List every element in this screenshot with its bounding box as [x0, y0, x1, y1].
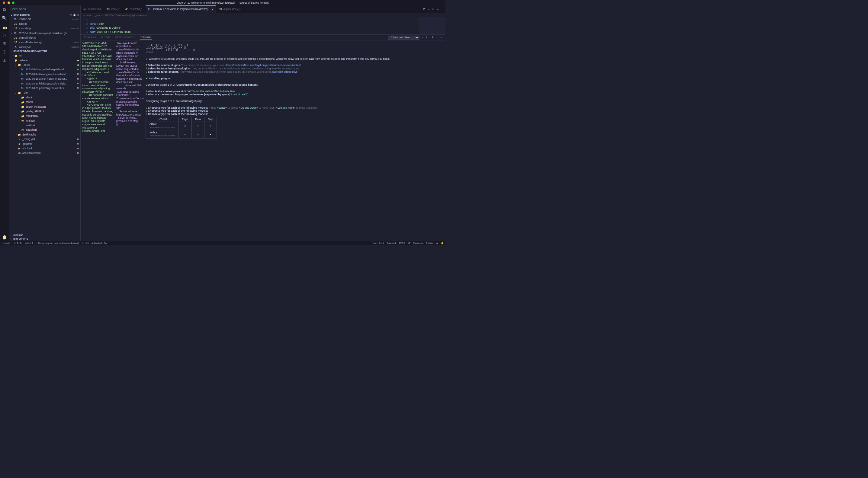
- open-editor-item[interactable]: JSsourceNodes.items.jsbuild: [9, 40, 80, 45]
- compare-icon[interactable]: ⇄: [423, 8, 425, 10]
- more-icon[interactable]: ⋯: [441, 8, 443, 10]
- editor-tab[interactable]: JSindex.js: [104, 5, 123, 13]
- tree-item[interactable]: feed.xml: [9, 123, 80, 128]
- tree-item[interactable]: ⬒404.htmlU: [9, 146, 80, 151]
- minimize-window[interactable]: [7, 1, 10, 4]
- pending-indicator: [3, 235, 6, 239]
- prettier-status[interactable]: Prettier: [426, 242, 433, 244]
- editor-tab[interactable]: M↓2020-04-17-welcome-to-jekyll.markdown …: [146, 5, 216, 13]
- tree-item[interactable]: M↓about.markdownU: [9, 151, 80, 156]
- save-all-icon[interactable]: 💾: [73, 13, 76, 16]
- panel-tab[interactable]: PROBLEMS: [83, 36, 96, 39]
- sidebar-title: EXPLORER: [9, 5, 80, 13]
- open-editor-item[interactable]: JSoriginal.index.js: [9, 36, 80, 40]
- eol[interactable]: LF: [408, 242, 410, 244]
- tree-item[interactable]: ›📁src: [9, 54, 80, 58]
- model-select-table[interactable]: 1–7 of 8PageDataSkipArticle└sourcebit-so…: [146, 117, 217, 138]
- workspace-header[interactable]: ⌄SOURCEBIT-SOURCE-KONTENT: [9, 49, 80, 54]
- tree-item[interactable]: M↓2020-03-23-lidska-typografie-v-digit..…: [9, 81, 80, 86]
- status-bar: ⑂ master* ⟳ 0↓ 2↑ ⊘ 0 ⚠ 0 ▷ Debug progra…: [0, 241, 445, 245]
- editor[interactable]: 1234 ---layout: posttitle: "Welcome to J…: [81, 17, 445, 34]
- editor-tab[interactable]: JSsourcebit.js: [123, 5, 146, 13]
- feedback-icon[interactable]: ☻: [436, 242, 438, 244]
- open-editor-item[interactable]: ⚙launch.json.vscode: [9, 45, 80, 49]
- tree-item[interactable]: M↓2020-03-14-the-origins-of-social-stat.…: [9, 72, 80, 77]
- language-mode[interactable]: Markdown: [413, 242, 424, 244]
- tree-item[interactable]: ⌄📁_site: [9, 91, 80, 95]
- terminal-select[interactable]: 2: Code, sudo, bash: [388, 36, 419, 39]
- open-editor-item[interactable]: JSindex.js: [9, 22, 80, 26]
- encoding[interactable]: UTF-8: [399, 242, 405, 244]
- scm-badge: 23: [3, 27, 7, 29]
- breadcrumb[interactable]: test-site › _posts › 2020-04-17-welcome-…: [81, 13, 445, 17]
- panel-tabs: PROBLEMSOUTPUTDEBUG CONSOLETERMINAL 2: C…: [81, 34, 445, 41]
- open-editor-item[interactable]: ✕M↓2020-04-17-welcome-to-jekyll.markdown…: [9, 31, 80, 35]
- tree-item[interactable]: ›📁about: [9, 95, 80, 100]
- outline-header[interactable]: ›OUTLINE: [9, 233, 80, 237]
- tree-item[interactable]: M↓2020-03-18-a-brief-history-of-typogr..…: [9, 77, 80, 81]
- new-untitled-icon[interactable]: ⧉: [70, 13, 71, 16]
- minimap[interactable]: [419, 17, 445, 34]
- npm-scripts-header[interactable]: ›NPM SCRIPTS: [9, 237, 80, 241]
- indentation[interactable]: Spaces: 2: [386, 242, 396, 244]
- close-panel-icon[interactable]: ✕: [441, 36, 443, 39]
- timeline-icon[interactable]: ◷: [2, 49, 7, 54]
- tree-item[interactable]: ⌄📁test-site: [9, 58, 80, 63]
- activity-bar: ⧉ 🔍 ⑂ 23 ▷ ⊞ ◷ ▲ ⚙: [0, 5, 9, 240]
- new-terminal-icon[interactable]: +: [422, 36, 424, 39]
- split-terminal-icon[interactable]: ⫿⫿: [426, 36, 429, 39]
- editor-tab[interactable]: JSoriginal.index.js: [216, 5, 244, 13]
- split-editor-icon[interactable]: ⫿⫿: [428, 8, 430, 10]
- editor-tabs: M↓readme.mdJSindex.jsJSsourcebit.jsM↓202…: [81, 5, 445, 13]
- layout-icon[interactable]: ⫿⫿: [437, 8, 438, 10]
- tree-item[interactable]: M↓2020-03-04-upgraded-to-gatsby-v2....U: [9, 67, 80, 72]
- tree-item[interactable]: ›📁assets: [9, 100, 80, 104]
- window-title: 2020-04-17-welcome-to-jekyll.markdown (d…: [177, 1, 269, 4]
- sidebar: EXPLORER ⌄OPEN EDITORS ⧉ 💾 ⊟ M↓readme.md…: [9, 5, 81, 240]
- tree-item[interactable]: M↓2020-03-23-perfecting-the-art-of-pe...…: [9, 86, 80, 91]
- tree-item[interactable]: ›📁gatsby_92b8911: [9, 109, 80, 114]
- open-editor-item[interactable]: M↓readme.mdexample: [9, 17, 80, 22]
- open-editor-item[interactable]: JSsourcebit.jsexample: [9, 26, 80, 31]
- run-icon[interactable]: ▷: [433, 8, 434, 10]
- close-window[interactable]: [3, 1, 5, 4]
- notifications-icon[interactable]: 🔔: [441, 242, 444, 244]
- search-icon[interactable]: 🔍: [2, 16, 7, 21]
- explorer-icon[interactable]: ⧉: [0, 7, 9, 12]
- extensions-icon[interactable]: ⊞: [2, 41, 7, 45]
- panel-tab[interactable]: TERMINAL: [140, 36, 152, 40]
- tree-item[interactable]: ›📁design_inspiration: [9, 104, 80, 109]
- debug-target[interactable]: ▷ Debug program (sourcebit-source-konten…: [36, 242, 79, 244]
- git-sync[interactable]: ⟳ 0↓ 2↑: [14, 242, 22, 244]
- terminal[interactable]: "49f97c9c-b1a1-41df-972d-2449744ae1cc" d…: [81, 40, 445, 240]
- cursor-position[interactable]: Ln 1, Col 1: [373, 242, 384, 244]
- tree-item[interactable]: ⬒index.html: [9, 128, 80, 132]
- debug-icon[interactable]: ▷: [2, 33, 7, 37]
- tree-item[interactable]: ⬒404.html: [9, 118, 80, 123]
- panel-tab[interactable]: OUTPUT: [101, 36, 110, 39]
- titlebar: 2020-04-17-welcome-to-jekyll.markdown (d…: [0, 0, 445, 5]
- tree-item[interactable]: ›📁typography: [9, 114, 80, 118]
- tree-item[interactable]: Y_config.ymlU: [9, 137, 80, 141]
- open-editors-header[interactable]: ⌄OPEN EDITORS ⧉ 💾 ⊟: [9, 13, 80, 17]
- auto-attach[interactable]: Auto Attach: On: [92, 242, 106, 244]
- tree-item[interactable]: ◆.gitignoreU: [9, 141, 80, 146]
- maximize-panel-icon[interactable]: ⌃: [436, 36, 438, 39]
- azure-icon[interactable]: ▲: [2, 58, 7, 63]
- problems-status[interactable]: ⊘ 0 ⚠ 0: [25, 242, 33, 244]
- tree-item[interactable]: ›📁.jekyll-cache: [9, 133, 80, 137]
- maximize-window[interactable]: [12, 1, 14, 4]
- bracket-status[interactable]: {..} : 16: [82, 242, 89, 244]
- tree-item[interactable]: ⌄📁_posts: [9, 63, 80, 67]
- close-all-icon[interactable]: ⊟: [77, 13, 79, 16]
- panel-tab[interactable]: DEBUG CONSOLE: [115, 36, 135, 39]
- kill-terminal-icon[interactable]: 🗑: [432, 36, 434, 39]
- editor-tab[interactable]: M↓readme.md: [81, 5, 104, 13]
- git-branch[interactable]: ⑂ master*: [2, 242, 11, 244]
